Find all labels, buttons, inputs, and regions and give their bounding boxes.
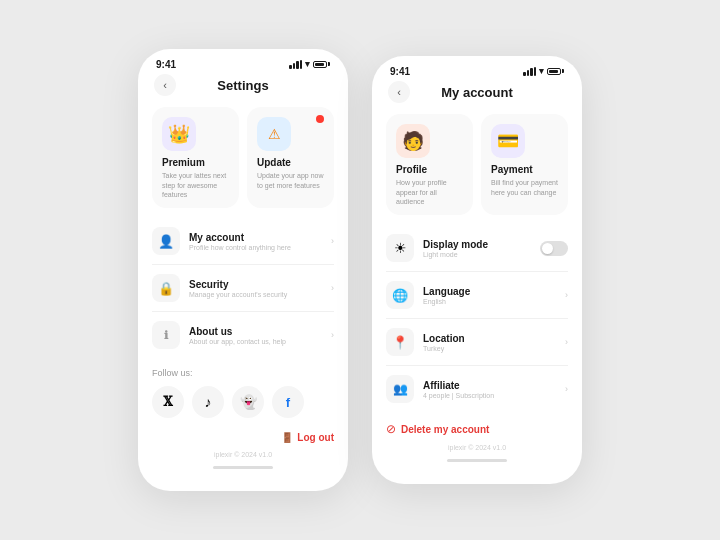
affiliate-sub: 4 people | Subscription [423, 392, 565, 399]
page-title-left: Settings [217, 78, 268, 93]
payment-label: Payment [491, 164, 558, 175]
security-arrow: › [331, 283, 334, 293]
my-account-sub: Profile how control anything here [189, 244, 331, 251]
menu-right: ☀ Display mode Light mode 🌐 Language Eng… [372, 225, 582, 412]
status-bar-right: 9:41 ▾ [372, 56, 582, 81]
display-mode-label: Display mode [423, 239, 540, 250]
menu-item-affiliate[interactable]: 👥 Affiliate 4 people | Subscription › [386, 366, 568, 412]
update-badge [316, 115, 324, 123]
footer-right: iplexir © 2024 v1.0 [372, 440, 582, 459]
footer-text-right: iplexir © 2024 v1.0 [448, 444, 506, 451]
affiliate-arrow: › [565, 384, 568, 394]
logout-section: 🚪 Log out [138, 424, 348, 447]
logout-label: Log out [297, 432, 334, 443]
display-mode-icon: ☀ [386, 234, 414, 262]
my-account-text: My account Profile how control anything … [189, 232, 331, 251]
language-label: Language [423, 286, 565, 297]
status-icons-right: ▾ [523, 66, 564, 76]
status-bar-left: 9:41 ▾ [138, 49, 348, 74]
menu-item-about-us[interactable]: ℹ About us About our app, contact us, he… [152, 312, 334, 358]
about-sub: About our app, contact us, help [189, 338, 331, 345]
my-account-icon: 👤 [152, 227, 180, 255]
battery-icon-right [547, 68, 564, 75]
footer-text-left: iplexir © 2024 v1.0 [214, 451, 272, 458]
wifi-icon: ▾ [305, 59, 310, 69]
my-account-arrow: › [331, 236, 334, 246]
menu-left: 👤 My account Profile how control anythin… [138, 218, 348, 358]
affiliate-text: Affiliate 4 people | Subscription [423, 380, 565, 399]
phone-my-account: 9:41 ▾ ‹ My [372, 56, 582, 484]
display-mode-sub: Light mode [423, 251, 540, 258]
signal-icon-right [523, 67, 536, 76]
phone-settings: 9:41 ▾ ‹ Set [138, 49, 348, 491]
account-cards: 🧑 Profile How your profile appear for al… [372, 108, 582, 225]
page-title-right: My account [441, 85, 513, 100]
profile-card[interactable]: 🧑 Profile How your profile appear for al… [386, 114, 473, 215]
wifi-icon-right: ▾ [539, 66, 544, 76]
delete-account-section[interactable]: ⊘ Delete my account [372, 412, 582, 440]
display-mode-text: Display mode Light mode [423, 239, 540, 258]
security-icon: 🔒 [152, 274, 180, 302]
premium-desc: Take your lattes next step for awesome f… [162, 171, 229, 200]
menu-item-location[interactable]: 📍 Location Turkey › [386, 319, 568, 366]
phones-container: 9:41 ▾ ‹ Set [138, 49, 582, 491]
about-icon: ℹ [152, 321, 180, 349]
affiliate-label: Affiliate [423, 380, 565, 391]
follow-label: Follow us: [152, 368, 334, 378]
language-text: Language English [423, 286, 565, 305]
menu-item-display-mode[interactable]: ☀ Display mode Light mode [386, 225, 568, 272]
status-time-right: 9:41 [390, 66, 410, 77]
security-sub: Manage your account's security [189, 291, 331, 298]
twitter-button[interactable]: 𝕏 [152, 386, 184, 418]
facebook-button[interactable]: f [272, 386, 304, 418]
language-sub: English [423, 298, 565, 305]
location-sub: Turkey [423, 345, 565, 352]
menu-item-security[interactable]: 🔒 Security Manage your account's securit… [152, 265, 334, 312]
about-label: About us [189, 326, 331, 337]
display-mode-toggle[interactable] [540, 241, 568, 256]
update-icon: ⚠ [257, 117, 291, 151]
home-indicator-right [447, 459, 507, 462]
top-nav-left: ‹ Settings [138, 74, 348, 101]
location-icon: 📍 [386, 328, 414, 356]
premium-label: Premium [162, 157, 229, 168]
back-button-right[interactable]: ‹ [388, 81, 410, 103]
logout-icon: 🚪 [281, 432, 293, 443]
payment-card[interactable]: 💳 Payment Bill find your payment here yo… [481, 114, 568, 215]
follow-section: Follow us: 𝕏 ♪ 👻 f [138, 358, 348, 424]
update-desc: Update your app now to get more features [257, 171, 324, 191]
status-time-left: 9:41 [156, 59, 176, 70]
menu-item-my-account[interactable]: 👤 My account Profile how control anythin… [152, 218, 334, 265]
feature-cards-left: 👑 Premium Take your lattes next step for… [138, 101, 348, 218]
update-card[interactable]: ⚠ Update Update your app now to get more… [247, 107, 334, 208]
security-text: Security Manage your account's security [189, 279, 331, 298]
payment-desc: Bill find your payment here you can chan… [491, 178, 558, 198]
battery-icon [313, 61, 330, 68]
toggle-knob [542, 243, 553, 254]
signal-icon [289, 60, 302, 69]
my-account-label: My account [189, 232, 331, 243]
status-icons-left: ▾ [289, 59, 330, 69]
profile-label: Profile [396, 164, 463, 175]
social-icons: 𝕏 ♪ 👻 f [152, 386, 334, 418]
payment-icon: 💳 [491, 124, 525, 158]
home-indicator-left [213, 466, 273, 469]
footer-left: iplexir © 2024 v1.0 [138, 447, 348, 466]
profile-icon: 🧑 [396, 124, 430, 158]
delete-label: Delete my account [401, 424, 489, 435]
delete-icon: ⊘ [386, 422, 396, 436]
snapchat-button[interactable]: 👻 [232, 386, 264, 418]
premium-card[interactable]: 👑 Premium Take your lattes next step for… [152, 107, 239, 208]
menu-item-language[interactable]: 🌐 Language English › [386, 272, 568, 319]
update-label: Update [257, 157, 324, 168]
location-arrow: › [565, 337, 568, 347]
back-button-left[interactable]: ‹ [154, 74, 176, 96]
logout-button[interactable]: 🚪 Log out [281, 432, 334, 443]
affiliate-icon: 👥 [386, 375, 414, 403]
tiktok-button[interactable]: ♪ [192, 386, 224, 418]
premium-icon: 👑 [162, 117, 196, 151]
about-arrow: › [331, 330, 334, 340]
language-arrow: › [565, 290, 568, 300]
top-nav-right: ‹ My account [372, 81, 582, 108]
profile-desc: How your profile appear for all audience [396, 178, 463, 207]
